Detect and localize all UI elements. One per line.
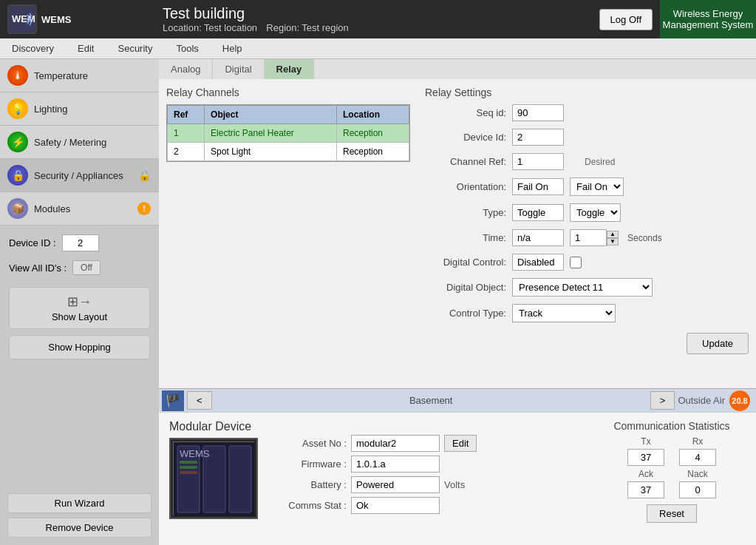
warning-badge: !	[137, 201, 151, 216]
device-image: WEMS	[173, 441, 254, 515]
layout-icon: ⊞→	[67, 294, 92, 310]
sidebar-item-security[interactable]: 🔒 Security / Appliances 🔒	[0, 159, 159, 192]
sidebar-item-safety[interactable]: ⚡ Safety / Metering	[0, 126, 159, 159]
sidebar-item-temperature[interactable]: 🌡 Temperature	[0, 59, 159, 92]
col-ref: Ref	[168, 106, 205, 124]
tx-value[interactable]	[627, 449, 664, 466]
nack-value[interactable]	[679, 481, 716, 498]
rx-value[interactable]	[679, 449, 716, 466]
logo-text: WEMS	[41, 14, 71, 25]
temp-badge: 20.8	[729, 390, 750, 411]
control-type-row: Control Type: Track Toggle Invert	[425, 304, 749, 322]
nav-flag-icon: 🏴	[162, 390, 184, 411]
nav-prev-button[interactable]: <	[187, 391, 212, 410]
show-layout-button[interactable]: ⊞→ Show Layout	[9, 287, 150, 329]
device-id-settings-label: Device Id:	[425, 132, 506, 143]
update-button[interactable]: Update	[687, 333, 749, 354]
type-current-input[interactable]	[512, 204, 564, 221]
time-current-input[interactable]	[512, 229, 564, 246]
sidebar-item-lighting[interactable]: 💡 Lighting	[0, 92, 159, 126]
nav-edit[interactable]: Edit	[66, 40, 106, 57]
asset-edit-button[interactable]: Edit	[444, 435, 477, 452]
relay-channels-title: Relay Channels	[166, 87, 410, 98]
orientation-row: Orientation: Fail On Fail Off Manual	[425, 177, 749, 196]
asset-no-input[interactable]	[351, 435, 440, 452]
nav-security[interactable]: Security	[106, 40, 164, 57]
bottom-section: Modular Device WEMS	[159, 412, 756, 545]
reset-button[interactable]: Reset	[647, 504, 697, 523]
svg-rect-7	[180, 461, 197, 464]
sidebar: 🌡 Temperature 💡 Lighting ⚡ Safety / Mete…	[0, 59, 159, 545]
channel-ref-input[interactable]	[512, 153, 564, 170]
device-id-label: Device ID :	[9, 237, 56, 248]
tab-relay[interactable]: Relay	[265, 59, 315, 79]
modular-fields: Asset No : Edit Firmware : Battery : Vol…	[280, 420, 583, 538]
show-hopping-button[interactable]: Show Hopping	[9, 335, 150, 359]
nav-tools[interactable]: Tools	[164, 40, 210, 57]
digital-control-row: Digital Control:	[425, 254, 749, 271]
row2-ref: 2	[168, 143, 205, 161]
sidebar-label-safety: Safety / Metering	[34, 137, 151, 148]
device-id-input[interactable]: 2	[62, 234, 99, 251]
svg-text:WEMS: WEMS	[180, 448, 210, 459]
orientation-desired-select[interactable]: Fail On Fail Off Manual	[570, 177, 624, 196]
tab-digital[interactable]: Digital	[213, 59, 264, 79]
time-step-down[interactable]: ▼	[607, 238, 619, 246]
control-type-select[interactable]: Track Toggle Invert	[512, 304, 616, 322]
channel-ref-label: Channel Ref:	[425, 156, 506, 167]
digital-object-row: Digital Object: Presence Detect 11 Track…	[425, 278, 749, 297]
sidebar-label-lighting: Lighting	[34, 104, 151, 115]
battery-input[interactable]	[351, 476, 440, 493]
nav-bottom: 🏴 < Basement > Outside Air 20.8	[159, 388, 756, 412]
nack-label: Nack	[687, 469, 707, 479]
device-id-row: Device ID : 2	[9, 234, 150, 251]
table-row[interactable]: 2 Spot Light Reception	[168, 143, 409, 161]
modular-title: Modular Device	[169, 420, 258, 433]
sidebar-label-security: Security / Appliances	[34, 170, 137, 181]
view-ids-toggle[interactable]: Off	[72, 260, 101, 275]
building-info: Test building Location: Test location Re…	[155, 5, 599, 33]
nav-next-button[interactable]: >	[650, 391, 675, 410]
relay-table-wrapper: Ref Object Location 1 Electric Panel Hea…	[166, 104, 410, 162]
modular-device-panel: Modular Device WEMS	[169, 420, 258, 538]
brand-line1: Wireless Energy	[673, 8, 743, 19]
digital-control-label: Digital Control:	[425, 257, 506, 268]
time-value-input[interactable]	[570, 229, 607, 246]
modules-icon: 📦	[7, 198, 28, 219]
orientation-current-input[interactable]	[512, 178, 564, 195]
table-row[interactable]: 1 Electric Panel Heater Reception	[168, 124, 409, 143]
device-id-settings-input[interactable]	[512, 129, 564, 146]
time-stepper-wrap: ▲ ▼	[570, 229, 619, 246]
update-row: Update	[425, 330, 749, 354]
tx-label: Tx	[641, 436, 650, 447]
nav-help[interactable]: Help	[211, 40, 254, 57]
digital-object-select[interactable]: Presence Detect 11 Track Other	[512, 278, 653, 297]
run-wizard-button[interactable]: Run Wizard	[7, 493, 151, 513]
modular-device-image: WEMS	[169, 438, 258, 519]
seconds-label: Seconds	[627, 233, 662, 243]
view-ids-row: View All ID's : Off	[9, 260, 150, 275]
time-step-up[interactable]: ▲	[607, 231, 619, 238]
comms-stat-input[interactable]	[351, 497, 440, 514]
sidebar-item-modules[interactable]: 📦 Modules !	[0, 192, 159, 226]
ack-value[interactable]	[627, 481, 664, 498]
nav-discovery[interactable]: Discovery	[0, 40, 66, 57]
digital-control-checkbox[interactable]	[570, 257, 582, 268]
firmware-label: Firmware :	[280, 458, 347, 470]
time-row: Time: ▲ ▼ Seconds	[425, 229, 749, 246]
outside-air-label: Outside Air	[678, 395, 725, 406]
svg-rect-8	[180, 466, 197, 469]
remove-device-button[interactable]: Remove Device	[7, 518, 151, 538]
row1-ref: 1	[168, 124, 205, 143]
logoff-button[interactable]: Log Off	[599, 9, 653, 30]
firmware-input[interactable]	[351, 456, 440, 473]
type-desired-select[interactable]: Toggle On Off	[570, 203, 621, 222]
digital-control-input[interactable]	[512, 254, 564, 271]
brand-line2: Management System	[663, 19, 754, 30]
temperature-icon: 🌡	[7, 65, 28, 86]
comm-stats-title: Communication Statistics	[598, 420, 746, 432]
relay-table: Ref Object Location 1 Electric Panel Hea…	[167, 105, 409, 161]
seq-id-input[interactable]	[512, 104, 564, 121]
tab-analog[interactable]: Analog	[159, 59, 213, 79]
control-type-label: Control Type:	[425, 308, 506, 319]
